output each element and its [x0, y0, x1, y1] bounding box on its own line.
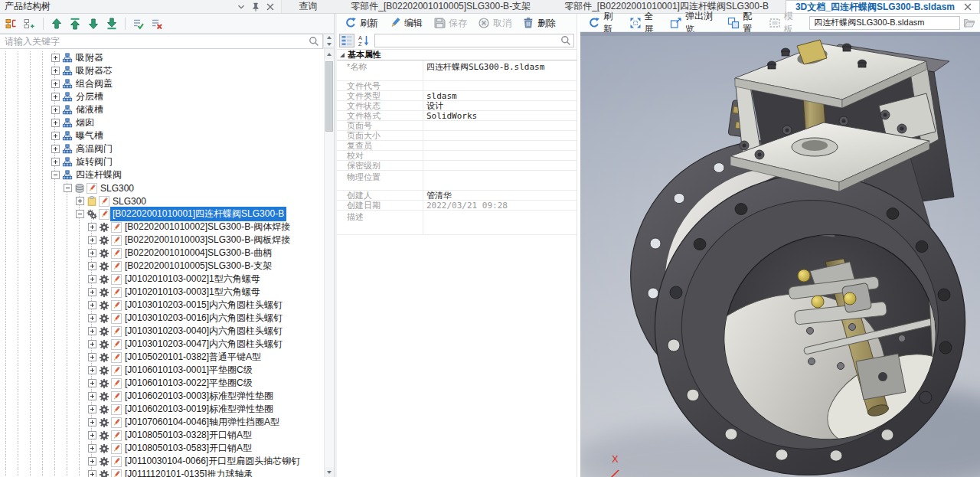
panel-close-button[interactable] — [264, 2, 276, 12]
3d-viewport[interactable]: X — [580, 32, 980, 477]
tree-node[interactable]: SLG300 — [0, 194, 324, 207]
tree-node[interactable]: [J0106010103-0001]平垫圈C级 — [0, 364, 324, 377]
tree-node[interactable]: 烟囱 — [0, 116, 324, 129]
tree-node[interactable]: 储液槽 — [0, 103, 324, 116]
tree-node[interactable]: [J0102010103-0003]1型六角螺母 — [0, 286, 324, 299]
tree-node[interactable]: 吸附器 — [0, 51, 324, 64]
uncheck-list-button[interactable] — [149, 15, 165, 32]
expand-icon[interactable] — [88, 418, 96, 426]
tree-node[interactable]: [B02202001010004]SLG300-B-曲柄 — [0, 247, 324, 260]
expand-icon[interactable] — [88, 366, 96, 374]
panel-pin-button[interactable] — [250, 2, 262, 12]
tree-node[interactable]: 旋转阀门 — [0, 155, 324, 168]
tree-node[interactable]: [J0111120101-0135]推力球轴承 — [0, 468, 324, 477]
tree-node[interactable]: [J0108050103-0328]开口销A型 — [0, 429, 324, 442]
property-value[interactable] — [423, 211, 577, 234]
move-top-button[interactable] — [67, 15, 83, 32]
edit-button[interactable]: 编辑 — [384, 15, 427, 31]
tree-node[interactable]: [J0105020101-0382]普通平键A型 — [0, 351, 324, 364]
property-value[interactable] — [423, 171, 577, 190]
expand-icon[interactable] — [88, 262, 96, 270]
expand-icon[interactable] — [51, 93, 60, 101]
tree-scrollbar[interactable] — [324, 49, 334, 477]
expand-icon[interactable] — [88, 275, 96, 283]
property-value[interactable] — [423, 121, 577, 130]
collapse-icon[interactable] — [64, 184, 72, 192]
expand-icon[interactable] — [51, 54, 60, 62]
tree-node[interactable]: 分层槽 — [0, 90, 324, 103]
properties-filter-input[interactable] — [374, 34, 574, 47]
tree-search-input[interactable] — [0, 34, 323, 49]
property-value[interactable] — [423, 151, 577, 160]
filename-input[interactable] — [809, 16, 960, 30]
expand-icon[interactable] — [51, 80, 60, 88]
tree-node[interactable]: [J0108050103-0583]开口销A型 — [0, 442, 324, 455]
expand-icon[interactable] — [51, 67, 60, 75]
tree-node[interactable]: 四连杆蝶阀 — [0, 168, 324, 181]
open-file-button[interactable] — [962, 15, 977, 31]
expand-icon[interactable] — [88, 314, 96, 322]
tree-node[interactable]: [B02202001010002]SLG300-B-阀体焊接 — [0, 221, 324, 234]
property-value[interactable]: 四连杆蝶阀SLG300-B.sldasm — [423, 60, 577, 80]
expand-icon[interactable] — [88, 470, 96, 477]
expand-icon[interactable] — [88, 301, 96, 309]
collapse-icon[interactable] — [76, 210, 84, 218]
expand-icon[interactable] — [88, 379, 96, 387]
property-value[interactable]: SolidWorks — [423, 111, 577, 120]
scroll-down-button[interactable] — [325, 467, 334, 477]
tree-node[interactable]: [J0110030104-0066]开口型扁圆头抽芯铆钉 — [0, 455, 324, 468]
tree-node[interactable]: 曝气槽 — [0, 129, 324, 142]
move-bottom-button[interactable] — [103, 15, 120, 32]
expand-icon[interactable] — [88, 327, 96, 335]
check-list-button[interactable] — [130, 15, 147, 32]
expand-icon[interactable] — [88, 288, 96, 296]
expand-icon[interactable] — [51, 145, 60, 153]
expand-icon[interactable] — [88, 340, 96, 348]
property-value[interactable]: sldasm — [423, 91, 577, 100]
expand-icon[interactable] — [76, 197, 84, 205]
move-down-button[interactable] — [85, 15, 102, 32]
property-value[interactable] — [423, 81, 577, 90]
property-value[interactable]: 设计 — [423, 101, 577, 110]
tree-node[interactable]: [J0103010203-0040]内六角圆柱头螺钉 — [0, 325, 324, 338]
tree-node[interactable]: [B02202001010001]四连杆蝶阀SLG300-B — [0, 207, 324, 221]
property-value[interactable]: 管清华 — [423, 191, 577, 200]
search-prev-button[interactable] — [324, 34, 334, 41]
tree-node[interactable]: [J0103010203-0016]内六角圆柱头螺钉 — [0, 312, 324, 325]
tree-node[interactable]: 吸附器芯 — [0, 64, 324, 77]
tree-node[interactable]: [J0106010103-0022]平垫圈C级 — [0, 377, 324, 390]
expand-icon[interactable] — [88, 392, 96, 400]
expand-icon[interactable] — [88, 223, 96, 231]
expand-icon[interactable] — [88, 353, 96, 361]
tree-node[interactable]: SLG300 — [0, 181, 324, 194]
tree-node[interactable]: [B02202001010003]SLG300-B-阀板焊接 — [0, 234, 324, 247]
tree-node[interactable]: [J0103010203-0015]内六角圆柱头螺钉 — [0, 299, 324, 312]
expand-icon[interactable] — [51, 106, 60, 114]
property-value[interactable] — [423, 141, 577, 150]
collapse-tree-button[interactable] — [3, 15, 20, 32]
document-tab-1[interactable]: 零部件_[B02202001010005]SLG300-B-支架 — [334, 0, 547, 13]
tree-node[interactable]: 组合阀盖 — [0, 77, 324, 90]
tab-close-icon[interactable] — [962, 2, 973, 12]
tree-node[interactable]: [J0106020103-0019]标准型弹性垫圈 — [0, 403, 324, 416]
property-value[interactable] — [423, 161, 577, 170]
scroll-up-button[interactable] — [325, 49, 334, 59]
expand-icon[interactable] — [88, 236, 96, 244]
collapse-icon[interactable] — [51, 171, 60, 179]
search-next-button[interactable] — [324, 41, 334, 48]
property-category-row[interactable]: 基本属性 — [337, 50, 577, 60]
document-tab-3[interactable]: 3D文档_四连杆蝶阀SLG300-B.sldasm — [786, 0, 980, 13]
expand-icon[interactable] — [88, 444, 96, 452]
property-value[interactable]: 2022/03/21 09:28 — [423, 201, 577, 210]
expand-icon[interactable] — [88, 457, 96, 466]
tree-node[interactable]: [J0103010203-0047]内六角圆柱头螺钉 — [0, 338, 324, 351]
move-up-button[interactable] — [48, 15, 65, 32]
tree-node[interactable]: 高温阀门 — [0, 142, 324, 155]
expand-icon[interactable] — [51, 158, 60, 166]
expand-icon[interactable] — [88, 405, 96, 413]
expand-icon[interactable] — [88, 249, 96, 257]
tree-node[interactable]: [J0102010103-0002]1型六角螺母 — [0, 273, 324, 286]
tree-node[interactable]: [J0106020103-0003]标准型弹性垫圈 — [0, 390, 324, 403]
tree-node[interactable]: [B02202001010005]SLG300-B-支架 — [0, 260, 324, 273]
delete-button[interactable]: 删除 — [518, 15, 560, 31]
